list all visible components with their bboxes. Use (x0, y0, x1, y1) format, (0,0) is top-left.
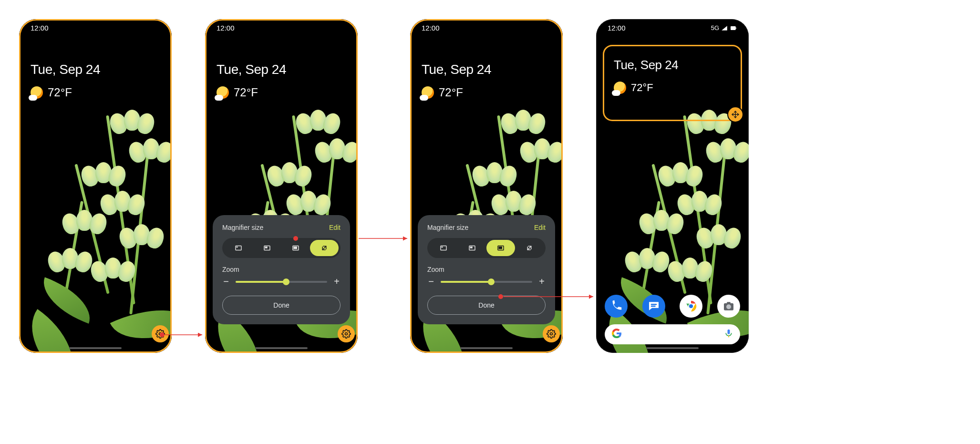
size-large-option[interactable] (281, 240, 310, 256)
weather-widget[interactable]: 72°F (614, 82, 653, 94)
camera-app-icon[interactable] (717, 295, 740, 318)
svg-rect-5 (265, 247, 268, 248)
flow-arrow (499, 292, 598, 301)
panel-title: Magnifier size (222, 224, 263, 231)
gesture-nav-bar[interactable] (646, 347, 699, 349)
magnifier-size-segmented (222, 238, 340, 258)
date-widget: Tue, Sep 24 (31, 62, 100, 77)
messages-app-icon[interactable] (642, 295, 665, 318)
date-widget: Tue, Sep 24 (217, 62, 286, 77)
temperature: 72°F (234, 86, 258, 99)
magnifier-settings-button[interactable] (543, 325, 560, 342)
phone-app-icon[interactable] (605, 295, 628, 318)
touch-indicator (498, 294, 503, 299)
edit-button[interactable]: Edit (329, 224, 340, 231)
svg-rect-11 (442, 247, 443, 248)
flow-arrow (354, 234, 412, 243)
network-label: 5G (711, 24, 719, 31)
svg-point-27 (726, 304, 731, 309)
weather-widget[interactable]: 72°F (217, 86, 258, 99)
done-button[interactable]: Done (222, 296, 340, 315)
zoom-out-button[interactable]: − (427, 276, 435, 287)
svg-line-16 (527, 246, 531, 250)
date-widget: Tue, Sep 24 (614, 58, 678, 72)
weather-icon (31, 86, 43, 99)
gesture-nav-bar[interactable] (460, 347, 513, 349)
svg-rect-7 (294, 247, 298, 249)
magnifier-size-segmented (427, 238, 546, 258)
temperature: 72°F (439, 86, 463, 99)
svg-point-9 (550, 333, 553, 335)
zoom-in-button[interactable]: + (538, 276, 546, 287)
svg-rect-28 (727, 302, 731, 304)
size-large-option[interactable] (486, 240, 515, 256)
dock (605, 293, 740, 320)
phone-screen-3: 12:00Tue, Sep 2472°FMagnifier sizeEditZo… (410, 19, 563, 353)
gesture-nav-bar[interactable] (255, 347, 308, 349)
temperature: 72°F (631, 82, 653, 94)
svg-rect-17 (731, 26, 736, 30)
svg-rect-10 (441, 246, 446, 250)
status-clock: 12:00 (422, 24, 440, 32)
status-clock: 12:00 (31, 24, 49, 32)
magnifier-panel: Magnifier sizeEditZoom−+Done (418, 215, 555, 324)
svg-rect-3 (237, 247, 238, 248)
svg-rect-18 (736, 27, 736, 29)
size-small-option[interactable] (224, 240, 253, 256)
size-medium-option[interactable] (458, 240, 486, 256)
svg-rect-13 (470, 247, 473, 248)
svg-rect-2 (236, 246, 241, 250)
zoom-out-button[interactable]: − (222, 276, 230, 287)
status-bar: 12:005G (608, 24, 737, 32)
weather-icon (614, 82, 626, 94)
size-small-option[interactable] (429, 240, 458, 256)
phone-screen-4: 12:005GTue, Sep 2472°F (596, 19, 749, 353)
weather-widget[interactable]: 72°F (31, 86, 72, 99)
status-bar: 12:00 (217, 24, 346, 32)
touch-indicator (293, 236, 298, 241)
chrome-app-icon[interactable] (680, 295, 702, 318)
date-widget: Tue, Sep 24 (422, 62, 491, 77)
gesture-nav-bar[interactable] (69, 347, 122, 349)
panel-title: Magnifier size (427, 224, 468, 231)
status-bar: 12:00 (31, 24, 160, 32)
mic-icon[interactable] (724, 329, 733, 340)
zoom-label: Zoom (222, 266, 340, 273)
size-fullscreen-option[interactable] (515, 240, 544, 256)
svg-rect-29 (728, 330, 730, 334)
status-bar: 12:00 (422, 24, 551, 32)
status-clock: 12:00 (217, 24, 235, 32)
weather-icon (217, 86, 229, 99)
search-bar[interactable] (605, 324, 740, 344)
weather-icon (422, 86, 434, 99)
temperature: 72°F (48, 86, 72, 99)
status-clock: 12:00 (608, 24, 626, 32)
edit-button[interactable]: Edit (534, 224, 546, 231)
svg-point-1 (345, 333, 348, 335)
magnifier-window[interactable]: Tue, Sep 2472°F (603, 45, 742, 121)
touch-indicator (160, 332, 165, 337)
zoom-label: Zoom (427, 266, 546, 273)
size-fullscreen-option[interactable] (310, 240, 339, 256)
move-magnifier-button[interactable] (727, 106, 743, 123)
google-g-icon (611, 328, 622, 341)
svg-rect-15 (499, 247, 503, 249)
zoom-slider[interactable] (441, 281, 532, 283)
magnifier-settings-button[interactable] (338, 325, 355, 342)
zoom-in-button[interactable]: + (333, 276, 340, 287)
flow-arrow (160, 330, 207, 340)
svg-point-25 (689, 304, 693, 309)
zoom-slider[interactable] (236, 281, 327, 283)
phone-screen-1: 12:00Tue, Sep 2472°F (19, 19, 172, 353)
svg-line-8 (322, 246, 326, 250)
magnifier-panel: Magnifier sizeEditZoom−+Done (213, 215, 350, 324)
weather-widget[interactable]: 72°F (422, 86, 463, 99)
size-medium-option[interactable] (253, 240, 281, 256)
phone-screen-2: 12:00Tue, Sep 2472°FMagnifier sizeEditZo… (205, 19, 358, 353)
